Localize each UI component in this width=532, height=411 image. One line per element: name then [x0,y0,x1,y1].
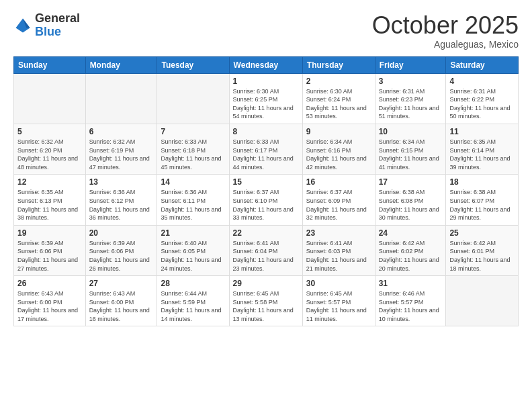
day-number: 22 [233,228,299,238]
calendar-cell: 28Sunrise: 6:44 AM Sunset: 5:59 PM Dayli… [157,276,229,326]
day-number: 2 [306,77,371,86]
calendar-cell: 4Sunrise: 6:31 AM Sunset: 6:22 PM Daylig… [446,73,519,124]
calendar: SundayMondayTuesdayWednesdayThursdayFrid… [13,56,519,327]
calendar-cell [85,73,157,124]
weekday-header-wednesday: Wednesday [229,56,302,73]
calendar-cell: 27Sunrise: 6:43 AM Sunset: 6:00 PM Dayli… [85,276,157,326]
day-info: Sunrise: 6:44 AM Sunset: 5:59 PM Dayligh… [161,289,225,323]
calendar-cell: 25Sunrise: 6:42 AM Sunset: 6:01 PM Dayli… [446,225,519,275]
day-info: Sunrise: 6:32 AM Sunset: 6:19 PM Dayligh… [89,138,154,171]
day-info: Sunrise: 6:33 AM Sunset: 6:18 PM Dayligh… [161,138,225,171]
weekday-header-tuesday: Tuesday [157,56,229,73]
day-number: 30 [306,279,371,288]
day-info: Sunrise: 6:38 AM Sunset: 6:08 PM Dayligh… [379,188,443,222]
day-number: 20 [89,228,154,238]
calendar-cell: 10Sunrise: 6:34 AM Sunset: 6:15 PM Dayli… [375,124,446,174]
day-number: 11 [449,127,515,136]
day-number: 1 [233,77,299,86]
day-info: Sunrise: 6:34 AM Sunset: 6:15 PM Dayligh… [379,138,443,171]
day-number: 26 [17,279,82,288]
calendar-cell [14,73,86,124]
calendar-cell: 11Sunrise: 6:35 AM Sunset: 6:14 PM Dayli… [446,124,519,174]
day-number: 14 [161,177,225,187]
title-block: October 2025 Agualeguas, Mexico [372,12,519,50]
calendar-cell: 30Sunrise: 6:45 AM Sunset: 5:57 PM Dayli… [302,276,375,326]
day-number: 4 [449,77,515,86]
calendar-cell [446,276,519,326]
day-info: Sunrise: 6:31 AM Sunset: 6:23 PM Dayligh… [379,87,443,121]
calendar-week-row: 1Sunrise: 6:30 AM Sunset: 6:25 PM Daylig… [14,73,519,124]
day-info: Sunrise: 6:43 AM Sunset: 6:00 PM Dayligh… [17,289,82,323]
day-number: 17 [379,177,443,187]
month-title: October 2025 [372,12,519,39]
day-info: Sunrise: 6:42 AM Sunset: 6:02 PM Dayligh… [379,239,443,273]
day-number: 31 [379,279,443,288]
day-number: 29 [233,279,299,288]
day-info: Sunrise: 6:36 AM Sunset: 6:12 PM Dayligh… [89,188,154,222]
day-info: Sunrise: 6:41 AM Sunset: 6:04 PM Dayligh… [233,239,299,273]
calendar-week-row: 5Sunrise: 6:32 AM Sunset: 6:20 PM Daylig… [14,124,519,174]
day-info: Sunrise: 6:45 AM Sunset: 5:58 PM Dayligh… [233,289,299,323]
day-info: Sunrise: 6:41 AM Sunset: 6:03 PM Dayligh… [306,239,371,273]
day-info: Sunrise: 6:39 AM Sunset: 6:06 PM Dayligh… [17,239,82,273]
day-info: Sunrise: 6:45 AM Sunset: 5:57 PM Dayligh… [306,289,371,323]
day-info: Sunrise: 6:39 AM Sunset: 6:06 PM Dayligh… [89,239,154,273]
logo-text: General Blue [35,12,80,39]
day-number: 16 [306,177,371,187]
calendar-cell: 19Sunrise: 6:39 AM Sunset: 6:06 PM Dayli… [14,225,86,275]
day-number: 27 [89,279,154,288]
calendar-week-row: 26Sunrise: 6:43 AM Sunset: 6:00 PM Dayli… [14,276,519,326]
calendar-cell: 6Sunrise: 6:32 AM Sunset: 6:19 PM Daylig… [85,124,157,174]
day-number: 18 [449,177,515,187]
calendar-cell: 1Sunrise: 6:30 AM Sunset: 6:25 PM Daylig… [229,73,302,124]
calendar-cell: 31Sunrise: 6:46 AM Sunset: 5:57 PM Dayli… [375,276,446,326]
calendar-cell: 24Sunrise: 6:42 AM Sunset: 6:02 PM Dayli… [375,225,446,275]
day-info: Sunrise: 6:35 AM Sunset: 6:14 PM Dayligh… [449,138,515,171]
calendar-cell: 12Sunrise: 6:35 AM Sunset: 6:13 PM Dayli… [14,175,86,225]
day-info: Sunrise: 6:30 AM Sunset: 6:24 PM Dayligh… [306,87,371,121]
day-number: 10 [379,127,443,136]
calendar-cell: 13Sunrise: 6:36 AM Sunset: 6:12 PM Dayli… [85,175,157,225]
day-info: Sunrise: 6:33 AM Sunset: 6:17 PM Dayligh… [233,138,299,171]
day-info: Sunrise: 6:42 AM Sunset: 6:01 PM Dayligh… [449,239,515,273]
logo-general: General [35,11,80,25]
day-number: 19 [17,228,82,238]
day-info: Sunrise: 6:37 AM Sunset: 6:09 PM Dayligh… [306,188,371,222]
day-info: Sunrise: 6:31 AM Sunset: 6:22 PM Dayligh… [449,87,515,121]
weekday-header-saturday: Saturday [446,56,519,73]
day-number: 21 [161,228,225,238]
day-number: 3 [379,77,443,86]
calendar-week-row: 19Sunrise: 6:39 AM Sunset: 6:06 PM Dayli… [14,225,519,275]
calendar-cell: 18Sunrise: 6:38 AM Sunset: 6:07 PM Dayli… [446,175,519,225]
logo-icon [13,16,32,35]
calendar-cell: 8Sunrise: 6:33 AM Sunset: 6:17 PM Daylig… [229,124,302,174]
calendar-cell: 15Sunrise: 6:37 AM Sunset: 6:10 PM Dayli… [229,175,302,225]
day-number: 23 [306,228,371,238]
day-number: 25 [449,228,515,238]
calendar-cell: 29Sunrise: 6:45 AM Sunset: 5:58 PM Dayli… [229,276,302,326]
calendar-cell: 16Sunrise: 6:37 AM Sunset: 6:09 PM Dayli… [302,175,375,225]
day-info: Sunrise: 6:35 AM Sunset: 6:13 PM Dayligh… [17,188,82,222]
calendar-cell: 20Sunrise: 6:39 AM Sunset: 6:06 PM Dayli… [85,225,157,275]
day-info: Sunrise: 6:43 AM Sunset: 6:00 PM Dayligh… [89,289,154,323]
calendar-cell: 17Sunrise: 6:38 AM Sunset: 6:08 PM Dayli… [375,175,446,225]
day-info: Sunrise: 6:30 AM Sunset: 6:25 PM Dayligh… [233,87,299,121]
day-info: Sunrise: 6:32 AM Sunset: 6:20 PM Dayligh… [17,138,82,171]
day-number: 15 [233,177,299,187]
weekday-header-sunday: Sunday [14,56,86,73]
weekday-header-friday: Friday [375,56,446,73]
calendar-cell [157,73,229,124]
calendar-cell: 3Sunrise: 6:31 AM Sunset: 6:23 PM Daylig… [375,73,446,124]
day-info: Sunrise: 6:36 AM Sunset: 6:11 PM Dayligh… [161,188,225,222]
calendar-cell: 7Sunrise: 6:33 AM Sunset: 6:18 PM Daylig… [157,124,229,174]
logo: General Blue [13,12,80,39]
day-number: 24 [379,228,443,238]
day-number: 8 [233,127,299,136]
calendar-cell: 21Sunrise: 6:40 AM Sunset: 6:05 PM Dayli… [157,225,229,275]
calendar-week-row: 12Sunrise: 6:35 AM Sunset: 6:13 PM Dayli… [14,175,519,225]
calendar-cell: 5Sunrise: 6:32 AM Sunset: 6:20 PM Daylig… [14,124,86,174]
day-info: Sunrise: 6:40 AM Sunset: 6:05 PM Dayligh… [161,239,225,273]
calendar-cell: 23Sunrise: 6:41 AM Sunset: 6:03 PM Dayli… [302,225,375,275]
day-number: 28 [161,279,225,288]
location-subtitle: Agualeguas, Mexico [372,39,519,50]
